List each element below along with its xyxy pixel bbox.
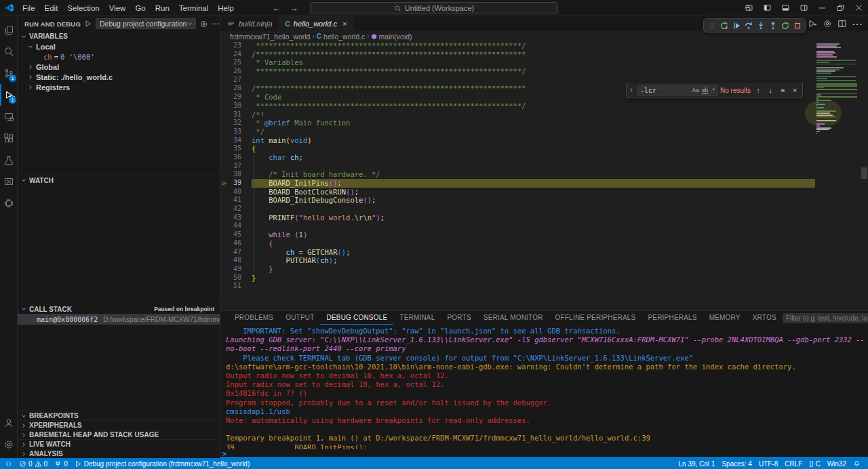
tab-hello_world-c[interactable]: Chello_world.c× — [279, 16, 354, 31]
code-line-38[interactable]: 38 /* Init board hardware. */ — [220, 170, 868, 179]
panel-tab-debug-console[interactable]: DEBUG CONSOLE — [320, 311, 393, 325]
section-analysis[interactable]: ANALYSIS — [18, 449, 220, 458]
panel-tab-problems[interactable]: PROBLEMS — [229, 311, 279, 325]
previous-match-icon[interactable]: ↑ — [753, 86, 763, 94]
code-line-40[interactable]: 40 BOARD_BootClockRUN(); — [220, 188, 868, 197]
toggle-secondary-sidebar-icon[interactable] — [795, 0, 813, 16]
code-line-41[interactable]: 41 BOARD_InitDebugConsole(); — [220, 196, 868, 205]
activity-item-mcu-peripherals[interactable] — [0, 192, 17, 214]
stack-frame-main[interactable]: main@0x000006f2D:/workspace/FRDM-MCXW71/… — [18, 314, 220, 325]
panel-tab-output[interactable]: OUTPUT — [279, 311, 320, 325]
activity-item-testing[interactable] — [0, 149, 17, 171]
activity-item-nxp-tools[interactable] — [0, 171, 17, 192]
code-line-33[interactable]: 33 */ — [220, 127, 868, 136]
status-eol-sequence[interactable]: CRLF — [781, 458, 806, 469]
next-match-icon[interactable]: ↓ — [766, 86, 775, 94]
code-line-30[interactable]: 30 *************************************… — [220, 102, 868, 110]
whole-word-icon[interactable]: ab — [702, 87, 708, 94]
section-baremetal-heap-and-stack-usage[interactable]: BAREMETAL HEAP AND STACK USAGE — [18, 430, 220, 439]
toggle-sidebar-icon[interactable] — [758, 0, 776, 16]
debug-console-output[interactable]: IMPORTANT: Set "showDevDebugOutput": "ra… — [220, 325, 868, 449]
variables-scope-registers[interactable]: Registers — [18, 82, 220, 92]
more-actions-icon[interactable]: ⋯ — [212, 19, 220, 28]
variables-scope-local[interactable]: Local — [18, 41, 220, 52]
code-line-47[interactable]: 47 ch = GETCHAR(); — [220, 248, 868, 257]
command-center[interactable]: Untitled (Workspace) — [310, 2, 558, 14]
code-line-31[interactable]: 31/*! — [220, 110, 868, 119]
breadcrumb[interactable]: frdmmcxw71_hello_world›Chello_world.c›⬢m… — [220, 31, 868, 41]
status-notifications[interactable] — [850, 458, 864, 469]
code-line-50[interactable]: 50} — [220, 274, 868, 283]
debug-start-button[interactable] — [84, 20, 92, 28]
variables-section[interactable]: VARIABLESLocalch = 0 '\000'GlobalStatic:… — [18, 31, 220, 175]
nav-forward-icon[interactable]: → — [290, 3, 298, 13]
code-line-44[interactable]: 44 — [220, 222, 868, 230]
panel-tab-memory[interactable]: MEMORY — [703, 311, 747, 325]
close-icon[interactable] — [850, 0, 868, 16]
panel-tab-serial-monitor[interactable]: SERIAL MONITOR — [477, 311, 549, 325]
menu-selection[interactable]: Selection — [62, 0, 104, 16]
activity-item-accounts[interactable] — [0, 412, 17, 434]
debug-run-icon[interactable] — [806, 19, 819, 28]
tab-build-ninja[interactable]: build.ninja — [220, 16, 279, 31]
menu-help[interactable]: Help — [213, 0, 239, 16]
step-into-button[interactable] — [755, 20, 766, 31]
minimize-icon[interactable] — [813, 0, 831, 16]
code-line-49[interactable]: 49 } — [220, 265, 868, 274]
variables-scope-static[interactable]: Static: ./hello_world.c — [18, 72, 220, 82]
status-problems[interactable]: 00 — [16, 458, 51, 469]
status-language-mode[interactable]: {}C — [806, 458, 823, 469]
status-platform[interactable]: Win32 — [824, 458, 850, 469]
menu-file[interactable]: File — [18, 0, 40, 16]
activity-item-run-and-debug[interactable]: 1 — [0, 84, 17, 106]
section-xperipherals[interactable]: XPERIPHERALS — [18, 420, 220, 430]
code-editor[interactable]: 23 *************************************… — [220, 41, 868, 310]
menu-edit[interactable]: Edit — [40, 0, 63, 16]
panel-filter-input[interactable]: Filter (e.g. text, !exclude, \escape) — [783, 313, 868, 323]
section-live-watch[interactable]: LIVE WATCH — [18, 439, 220, 449]
customize-layout-icon[interactable] — [740, 0, 758, 16]
watch-header[interactable]: WATCH — [18, 175, 220, 185]
status-cursor-position[interactable]: Ln 39, Col 1 — [675, 458, 719, 469]
panel-tab-ports[interactable]: PORTS — [441, 311, 477, 325]
menu-terminal[interactable]: Terminal — [174, 0, 213, 16]
code-line-42[interactable]: 42 — [220, 205, 868, 213]
reset-button[interactable] — [718, 20, 730, 31]
close-tab-icon[interactable]: × — [342, 20, 347, 28]
continue-button[interactable] — [730, 20, 742, 31]
step-over-button[interactable] — [743, 20, 754, 31]
editor-scrollbar[interactable] — [861, 167, 867, 179]
code-line-48[interactable]: 48 PUTCHAR(ch); — [220, 256, 868, 265]
status-debug-configuration[interactable]: Debug project configuration (frdmmcxw71_… — [71, 458, 254, 469]
code-line-34[interactable]: 34int main(void) — [220, 136, 868, 145]
code-line-35[interactable]: 35{ — [220, 144, 868, 153]
activity-item-extensions[interactable] — [0, 127, 17, 149]
match-case-icon[interactable]: Aa — [692, 87, 698, 94]
restart-button[interactable] — [779, 20, 791, 31]
panel-tab-peripherals[interactable]: PERIPHERALS — [642, 311, 703, 325]
call-stack-header[interactable]: CALL STACKPaused on breakpoint — [18, 304, 220, 314]
code-line-45[interactable]: 45 while (1) — [220, 230, 868, 239]
find-in-selection-icon[interactable]: ≡ — [778, 86, 787, 94]
step-out-button[interactable] — [767, 20, 778, 31]
code-line-24[interactable]: 24/*************************************… — [220, 50, 868, 59]
toggle-panel-icon[interactable] — [776, 0, 795, 16]
panel-tab-xrtos[interactable]: XRTOS — [747, 311, 783, 325]
activity-item-source-control[interactable]: 1 — [0, 62, 17, 84]
code-line-23[interactable]: 23 *************************************… — [220, 41, 868, 50]
variable-ch[interactable]: ch = 0 '\000' — [18, 52, 220, 62]
menu-run[interactable]: Run — [151, 0, 174, 16]
minimap[interactable] — [816, 43, 859, 136]
close-find-icon[interactable]: × — [790, 86, 800, 94]
code-line-25[interactable]: 25 * Variables — [220, 58, 868, 67]
find-input[interactable]: -lcr Aa ab .* — [637, 85, 717, 96]
code-line-43[interactable]: 43 PRINTF("hello world.\r\n"); — [220, 213, 868, 222]
status-remote-indicator[interactable] — [1, 458, 16, 469]
call-stack-section[interactable]: CALL STACKPaused on breakpointmain@0x000… — [18, 304, 220, 411]
status-ports[interactable]: 0 — [51, 458, 71, 469]
split-editor-icon[interactable] — [835, 19, 849, 28]
debug-settings-gear-icon[interactable] — [199, 20, 208, 28]
code-line-46[interactable]: 46 { — [220, 239, 868, 248]
activity-item-search[interactable] — [0, 41, 17, 62]
stop-button[interactable] — [791, 20, 803, 31]
